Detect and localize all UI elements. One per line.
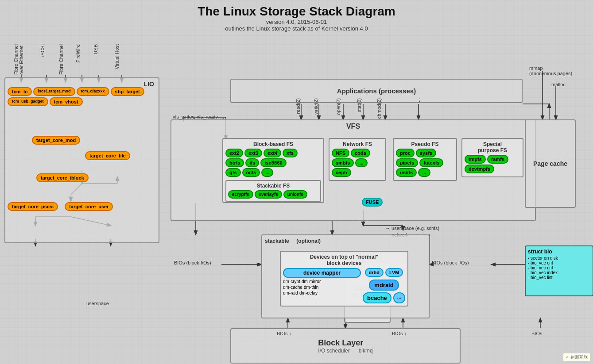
protocol-virtual-host: Virtual Host <box>114 44 120 69</box>
stackable-optional-box: stackable (optional) Devices on top of "… <box>261 234 430 318</box>
network-fs-title: Network FS <box>332 141 383 147</box>
special-fs-box: Specialpurpose FS tmpfs ramfs devtmpfs <box>461 138 523 177</box>
module-tcm-qla2xxx: tcm_qla2xxx <box>77 87 109 96</box>
network-row3: ceph <box>332 168 383 177</box>
watermark: ✓ 创新互联 <box>563 353 591 362</box>
lio-label: LIO <box>144 80 154 88</box>
block-layer-sub: I/O scheduler blkmq <box>318 348 372 354</box>
special-fs-title: Specialpurpose FS <box>465 141 520 153</box>
malloc-label: malloc <box>551 82 566 87</box>
block-based-row3: gfs ocfs ... <box>225 168 321 177</box>
lvm-pill: LVM <box>385 268 403 277</box>
fuse-pill: FUSE <box>362 198 383 207</box>
applications-label: Applications (processes) <box>337 87 416 95</box>
protocol-usb: USB <box>93 44 98 54</box>
block-based-row2: btrfs ifs iso9660 <box>225 158 321 167</box>
module-sbp-target: sbp_target <box>111 87 144 96</box>
target-core-iblock-container: target_core_iblock <box>36 173 89 182</box>
dots-pill: ... <box>393 292 405 303</box>
stackable-fs-row1: ecryptfs overlayfs unionfs <box>228 190 318 199</box>
struct-bio-title: struct bio <box>528 249 590 255</box>
block-layer-label: Block Layer <box>318 338 372 348</box>
module-target-core-mod: target_core_mod <box>32 136 80 145</box>
fuse-container: FUSE <box>362 198 383 207</box>
network-fs-box: Network FS NFS coda smbfs ... ceph <box>329 138 386 181</box>
module-target-core-user: target_core_user <box>65 202 113 211</box>
devices-row3: dm-cache dm-thin <box>283 285 361 290</box>
bios-label-left: BIOs (block I/Os) <box>174 260 211 265</box>
device-mapper-pill: device mapper <box>283 268 361 278</box>
pseudo-row2: pipefs futexfs <box>396 158 454 167</box>
stackable-fs-title: Stackable FS <box>228 183 318 189</box>
devices-content: device mapper dm-crypt dm-mirror dm-cach… <box>283 268 405 303</box>
bios-bottom-left: BIOs ↓ <box>277 331 291 336</box>
protocol-firewire: FireWire <box>75 44 81 63</box>
drbd-pill: drbd <box>365 268 384 277</box>
pseudo-row1: proc sysfs <box>396 149 454 157</box>
devices-left-col: device mapper dm-crypt dm-mirror dm-cach… <box>283 268 361 295</box>
bcache-pill: bcache <box>363 292 391 303</box>
devices-row2: dm-crypt dm-mirror <box>283 279 361 284</box>
page-cache-label: Page cache <box>533 160 567 167</box>
vfs-label: VFS <box>346 123 360 130</box>
network-row1: NFS coda <box>332 149 383 157</box>
vfs-call-chmod: chmod(2) <box>376 98 382 119</box>
devices-on-top-title: Devices on top of "normal"block devices <box>283 254 405 266</box>
protocol-iscsi: iSCSI <box>40 44 45 57</box>
special-row2: devtmpfs <box>465 165 520 173</box>
page-cache-box: Page cache <box>525 119 576 208</box>
stackable-fs-inner-box: Stackable FS ecryptfs overlayfs unionfs <box>225 180 321 202</box>
devices-right-col: drbd LVM mdraid bcache ... <box>363 268 405 303</box>
title-area: The Linux Storage Stack Diagram version … <box>0 0 593 34</box>
target-core-mod-container: target_core_mod <box>32 136 80 145</box>
block-based-fs-box: Block-based FS ext2 ext3 ext4 xfs btrfs … <box>222 138 324 203</box>
protocol-fibre-channel: Fibre Channel <box>58 44 64 75</box>
block-based-fs-title: Block-based FS <box>225 141 321 147</box>
subtitle1: version 4.0, 2015-06-01 <box>0 19 593 25</box>
subtitle2: outlines the Linux storage stack as of K… <box>0 25 593 32</box>
module-target-core-iblock: target_core_iblock <box>36 173 89 182</box>
vfs-outer-box: VFS Direct I/O(O_DIRECT) Block-based FS … <box>171 119 536 221</box>
bios-label-right: BIOs (block I/Os) <box>432 260 469 265</box>
devices-row4: dm-raid dm-delay <box>283 291 361 295</box>
lio-top-modules: tcm_fc iscsi_target_mod tcm_qla2xxx sbp_… <box>8 87 159 106</box>
bios-bottom-right: BIOs ↓ <box>392 331 407 336</box>
stackable-optional-title: stackable (optional) <box>262 235 429 247</box>
userspace-label-bottom: userspace <box>86 301 109 306</box>
struct-bio-box: struct bio - sector on disk - bio_vec cn… <box>525 245 593 296</box>
main-title: The Linux Storage Stack Diagram <box>0 4 593 19</box>
vfs-call-open: open(2) <box>336 98 341 115</box>
module-tcm-usb-gadget: tcm_usb_gadget <box>8 97 48 106</box>
target-core-file-container: target_core_file <box>85 151 130 160</box>
network-row2: smbfs ... <box>332 158 383 167</box>
protocol-fibre-channel-ethernet: Fibre Channelover Ethernet <box>13 44 24 75</box>
vfs-call-dots: ... <box>415 98 421 102</box>
lio-box: LIO tcm_fc iscsi_target_mod tcm_qla2xxx … <box>4 77 159 243</box>
module-target-core-file: target_core_file <box>85 151 130 160</box>
pseudo-fs-box: Pseudo FS proc sysfs pipefs futexfs usbf… <box>393 138 457 181</box>
lio-bottom-modules: target_core_pscsi target_core_user <box>8 202 113 211</box>
mmap-label: mmap(anonymous pages) <box>529 65 572 76</box>
pseudo-row3: usbfs ... <box>396 168 454 177</box>
vfs-call-stat: stat(2) <box>357 98 362 112</box>
block-layer-content: Block Layer I/O scheduler blkmq <box>318 338 372 354</box>
devices-bottom-right: bcache ... <box>363 292 405 303</box>
devices-top-right: drbd LVM <box>365 268 403 277</box>
mdraid-pill: mdraid <box>369 280 399 291</box>
userspace-sshfs-label: → userspace (e.g. sshfs) <box>385 226 439 231</box>
struct-bio-items: - sector on disk - bio_vec cnt - bio_vec… <box>528 256 590 280</box>
vfs-call-read: read(2) <box>295 98 301 114</box>
module-tcm-fc: tcm_fc <box>8 87 32 96</box>
module-target-core-pscsi: target_core_pscsi <box>8 202 58 211</box>
module-iscsi-target-mod: iscsi_target_mod <box>33 87 75 96</box>
pseudo-fs-title: Pseudo FS <box>396 141 454 147</box>
block-based-row1: ext2 ext3 ext4 xfs <box>225 149 321 157</box>
block-layer-box: Block Layer I/O scheduler blkmq <box>230 328 461 364</box>
bios-bottom-far-right: BIOs ↓ <box>531 331 546 336</box>
devices-on-top-box: Devices on top of "normal"block devices … <box>280 251 408 307</box>
vfs-call-write: write(2) <box>313 98 318 115</box>
module-tcm-vhost: tcm_vhost <box>50 97 83 106</box>
special-row1: tmpfs ramfs <box>465 155 520 164</box>
vfs-writev-label: vfs_writev, vfs_readv, ... <box>173 114 224 119</box>
